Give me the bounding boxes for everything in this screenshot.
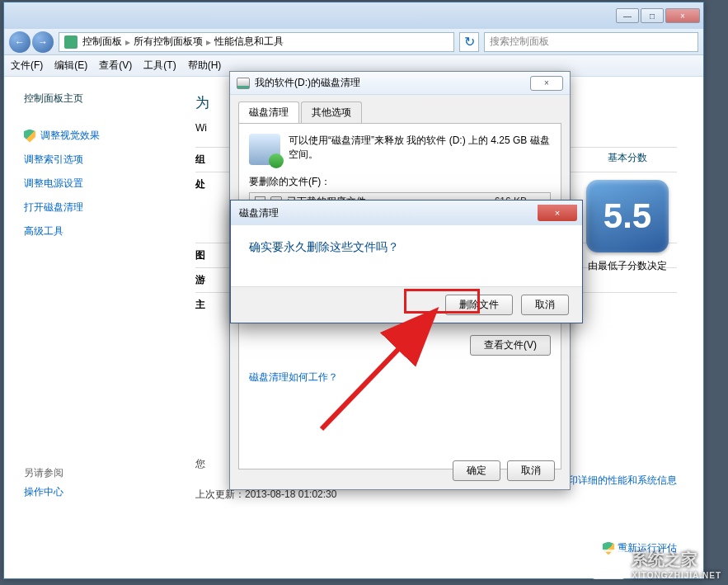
menu-edit[interactable]: 编辑(E) xyxy=(54,59,87,73)
confirm-cancel-button[interactable]: 取消 xyxy=(521,295,569,315)
ok-button[interactable]: 确定 xyxy=(453,460,500,481)
dialog-close-button[interactable]: × xyxy=(530,76,563,91)
confirm-message: 确实要永久删除这些文件吗？ xyxy=(249,240,564,255)
sidebar-item-disk[interactable]: 打开磁盘清理 xyxy=(24,196,186,219)
help-link[interactable]: 磁盘清理如何工作？ xyxy=(249,370,338,384)
sidebar: 控制面板主页 调整视觉效果 调整索引选项 调整电源设置 打开磁盘清理 高级工具 … xyxy=(4,77,186,578)
sidebar-section: 另请参阅 操作中心 xyxy=(24,466,186,504)
forward-button[interactable]: → xyxy=(32,31,54,53)
confirm-title: 磁盘清理 xyxy=(239,206,279,220)
confirm-close-button[interactable]: × xyxy=(538,205,577,221)
watermark-name: 系统之家 xyxy=(632,549,721,571)
maximize-button[interactable]: □ xyxy=(641,8,664,23)
refresh-button[interactable]: ↻ xyxy=(459,32,479,52)
score-badge: 5.5 xyxy=(586,180,669,252)
dialog-title: 我的软件(D:)的磁盘清理 xyxy=(255,76,360,90)
breadcrumb-seg[interactable]: 控制面板 xyxy=(82,35,122,49)
chevron-right-icon: ▸ xyxy=(125,36,130,48)
sidebar-header[interactable]: 控制面板主页 xyxy=(24,87,186,111)
delete-files-button[interactable]: 删除文件 xyxy=(445,295,513,315)
breadcrumb-seg[interactable]: 所有控制面板项 xyxy=(134,35,203,49)
confirm-dialog: 磁盘清理 × 确实要永久删除这些文件吗？ 删除文件 取消 xyxy=(230,200,583,323)
score-header: 基本分数 xyxy=(578,151,677,165)
control-panel-icon xyxy=(64,35,77,49)
cancel-button[interactable]: 取消 xyxy=(507,460,555,481)
score-caption: 由最低子分数决定 xyxy=(578,259,677,273)
link-label: 打印详细的性能和系统信息 xyxy=(558,474,677,488)
window-close-button[interactable]: × xyxy=(665,8,700,23)
titlebar: — □ × xyxy=(4,2,703,29)
confirm-titlebar: 磁盘清理 × xyxy=(231,201,582,225)
menu-tools[interactable]: 工具(T) xyxy=(143,59,176,73)
info-text: 可以使用“磁盘清理”来释放 我的软件 (D:) 上的 4.25 GB 磁盘空间。 xyxy=(289,134,551,165)
sidebar-item-power[interactable]: 调整电源设置 xyxy=(24,172,186,196)
info-row: 可以使用“磁盘清理”来释放 我的软件 (D:) 上的 4.25 GB 磁盘空间。 xyxy=(249,134,551,165)
score-panel: 基本分数 5.5 由最低子分数决定 xyxy=(578,151,677,273)
sidebar-section-header: 另请参阅 xyxy=(24,466,186,480)
cleanup-icon xyxy=(249,134,280,165)
search-input[interactable]: 搜索控制面板 xyxy=(484,32,698,52)
menu-view[interactable]: 查看(V) xyxy=(99,59,132,73)
dialog-titlebar: 我的软件(D:)的磁盘清理 × xyxy=(230,72,570,95)
chevron-right-icon: ▸ xyxy=(206,36,211,48)
sidebar-item-visual[interactable]: 调整视觉效果 xyxy=(24,124,186,148)
watermark-url: XITONGZHIJIA.NET xyxy=(632,571,721,580)
shield-icon xyxy=(24,130,35,143)
delete-label: 要删除的文件(F)： xyxy=(249,175,551,189)
disk-icon xyxy=(237,78,250,89)
sidebar-item-index[interactable]: 调整索引选项 xyxy=(24,148,186,172)
minimize-button[interactable]: — xyxy=(616,8,639,23)
nav-buttons: ← → xyxy=(9,31,54,53)
sidebar-item-advanced[interactable]: 高级工具 xyxy=(24,219,186,243)
address-bar: ← → 控制面板 ▸ 所有控制面板项 ▸ 性能信息和工具 ↻ 搜索控制面板 xyxy=(4,29,703,55)
view-files-button[interactable]: 查看文件(V) xyxy=(470,335,551,356)
watermark-logo-icon xyxy=(592,550,625,579)
breadcrumb-seg[interactable]: 性能信息和工具 xyxy=(214,35,284,49)
sidebar-label: 调整视觉效果 xyxy=(40,129,100,143)
confirm-footer: 删除文件 取消 xyxy=(231,286,582,323)
watermark: 系统之家 XITONGZHIJIA.NET xyxy=(592,549,721,580)
breadcrumb[interactable]: 控制面板 ▸ 所有控制面板项 ▸ 性能信息和工具 xyxy=(59,32,454,52)
back-button[interactable]: ← xyxy=(9,31,31,53)
tabs: 磁盘清理 其他选项 xyxy=(230,95,570,123)
sidebar-item-action-center[interactable]: 操作中心 xyxy=(24,480,186,504)
tab-cleanup[interactable]: 磁盘清理 xyxy=(238,101,299,123)
tab-other[interactable]: 其他选项 xyxy=(301,101,362,123)
menu-help[interactable]: 帮助(H) xyxy=(188,59,222,73)
menu-file[interactable]: 文件(F) xyxy=(11,59,43,73)
